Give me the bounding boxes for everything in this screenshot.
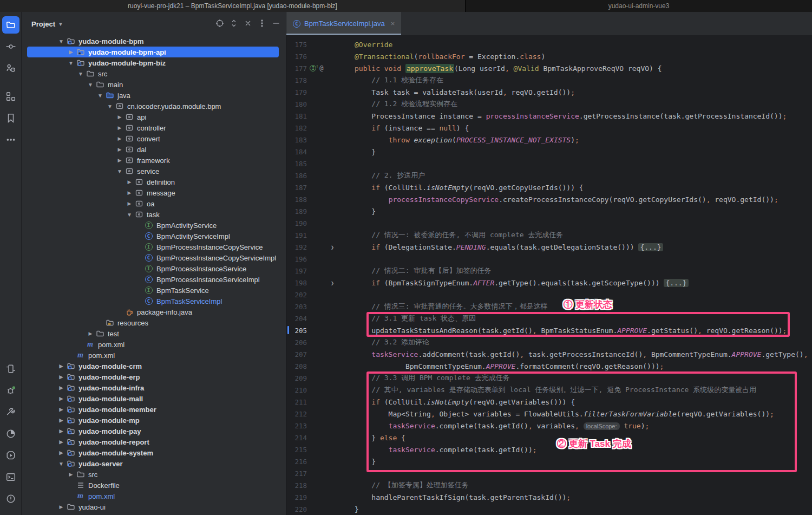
tree-row-yudao-module-bpm-biz[interactable]: ▼yudao-module-bpm-biz <box>22 57 286 68</box>
code-line-197[interactable]: 197 // 情况二: 审批有【后】加签的任务 <box>286 265 812 277</box>
tree-row-resources[interactable]: resources <box>22 317 286 328</box>
chevron-down-icon[interactable]: ▼ <box>56 461 66 467</box>
code-line-177[interactable]: 177I↑@public void approveTask(Long userI… <box>286 62 812 74</box>
chevron-down-icon[interactable]: ▼ <box>66 60 76 66</box>
code-line-207[interactable]: 207 taskService.addComment(task.getId(),… <box>286 348 812 360</box>
tree-row-yudao-module-bpm[interactable]: ▼yudao-module-bpm <box>22 36 286 47</box>
tree-row-bpmactivityservice[interactable]: IBpmActivityService <box>22 220 286 231</box>
chevron-right-icon[interactable]: ▶ <box>115 136 125 141</box>
chevron-right-icon[interactable]: ▶ <box>56 428 66 434</box>
code-line-220[interactable]: 220} <box>286 503 812 515</box>
tree-row-yudao-module-mall[interactable]: ▶yudao-module-mall <box>22 393 286 404</box>
code-line-176[interactable]: 176@Transactional(rollbackFor = Exceptio… <box>286 50 812 62</box>
tree-row-cn-iocoder-yudao-module-bpm[interactable]: ▼cn.iocoder.yudao.module.bpm <box>22 101 286 112</box>
tree-row-service[interactable]: ▼service <box>22 166 286 177</box>
fold-arrow-icon[interactable]: ❯ <box>326 244 338 250</box>
code-line-203[interactable]: 203 // 情况三: 审批普通的任务。大多数情况下，都是这样 <box>286 301 812 312</box>
profiler-icon[interactable] <box>2 425 19 442</box>
implementing-method-icon[interactable]: I↑@ <box>307 64 326 72</box>
chevron-right-icon[interactable]: ▶ <box>56 396 66 401</box>
code-line-184[interactable]: 184 } <box>286 146 812 158</box>
chevron-down-icon[interactable]: ▼ <box>56 38 66 44</box>
collapse-all-icon[interactable] <box>244 19 252 29</box>
tree-row-src[interactable]: ▼src <box>22 68 286 79</box>
tree-row-pom-xml[interactable]: mpom.xml <box>22 350 286 361</box>
code-line-183[interactable]: 183 throw exception(PROCESS_INSTANCE_NOT… <box>286 134 812 146</box>
tree-row-bpmactivityserviceimpl[interactable]: CBpmActivityServiceImpl <box>22 231 286 242</box>
chevron-down-icon[interactable]: ▼ <box>105 103 115 109</box>
tree-row-dockerfile[interactable]: Dockerfile <box>22 480 286 491</box>
tree-row-task[interactable]: ▼task <box>22 209 286 220</box>
chevron-down-icon[interactable]: ▼ <box>115 168 125 174</box>
code-line-190[interactable]: 190 <box>286 217 812 229</box>
tree-row-bpmtaskserviceimpl[interactable]: CBpmTaskServiceImpl <box>22 296 286 307</box>
tree-row-yudao-module-erp[interactable]: ▶yudao-module-erp <box>22 371 286 382</box>
tree-row-framework[interactable]: ▶framework <box>22 155 286 166</box>
tree-row-package-info-java[interactable]: package-info.java <box>22 307 286 317</box>
more-tools-icon[interactable] <box>2 131 19 148</box>
chevron-right-icon[interactable]: ▶ <box>115 158 125 163</box>
code-line-189[interactable]: 189 } <box>286 205 812 217</box>
chevron-right-icon[interactable]: ▶ <box>56 439 66 445</box>
structure-icon[interactable] <box>2 88 19 105</box>
locate-file-icon[interactable] <box>215 19 224 29</box>
build-icon[interactable] <box>2 403 19 421</box>
tree-row-bpmprocessinstancecopyservice[interactable]: IBpmProcessInstanceCopyService <box>22 242 286 252</box>
tree-row-yudao-module-report[interactable]: ▶yudao-module-report <box>22 436 286 447</box>
tree-row-pom-xml[interactable]: mpom.xml <box>22 491 286 501</box>
chevron-right-icon[interactable]: ▶ <box>56 418 66 423</box>
tree-row-bpmprocessinstancecopyserviceimpl[interactable]: CBpmProcessInstanceCopyServiceImpl <box>22 252 286 263</box>
hide-panel-icon[interactable] <box>272 19 280 29</box>
tree-row-yudao-module-member[interactable]: ▶yudao-module-member <box>22 404 286 415</box>
code-line-188[interactable]: 188 processInstanceCopyService.createPro… <box>286 193 812 205</box>
code-line-180[interactable]: 180 // 1.2 校验流程实例存在 <box>286 98 812 110</box>
tree-row-yudao-module-mp[interactable]: ▶yudao-module-mp <box>22 415 286 426</box>
code-line-206[interactable]: 206 // 3.2 添加评论 <box>286 336 812 348</box>
chevron-right-icon[interactable]: ▶ <box>56 385 66 390</box>
services-icon[interactable] <box>2 360 19 377</box>
tree-row-java[interactable]: ▼java <box>22 90 286 101</box>
code-line-219[interactable]: 219 handleParentTaskIfSign(task.getParen… <box>286 491 812 503</box>
chevron-right-icon[interactable]: ▶ <box>115 125 125 131</box>
code-line-196[interactable]: 196 <box>286 253 812 265</box>
chevron-down-icon[interactable]: ▼ <box>95 93 105 99</box>
chevron-right-icon[interactable]: ▶ <box>66 472 76 477</box>
problems-icon[interactable] <box>2 490 19 507</box>
tree-row-yudao-module-bpm-api[interactable]: ▶yudao-module-bpm-api <box>22 47 286 57</box>
chevron-down-icon[interactable]: ▼ <box>86 82 95 88</box>
code-line-191[interactable]: 191 // 情况一: 被委派的任务, 不调用 complete 去完成任务 <box>286 229 812 241</box>
chevron-right-icon[interactable]: ▶ <box>125 190 134 195</box>
code-line-187[interactable]: 187 if (CollUtil.isNotEmpty(reqVO.getCop… <box>286 181 812 193</box>
tree-row-api[interactable]: ▶api <box>22 112 286 122</box>
chevron-right-icon[interactable]: ▶ <box>66 49 76 55</box>
chevron-right-icon[interactable]: ▶ <box>56 407 66 412</box>
tree-row-definition[interactable]: ▶definition <box>22 177 286 187</box>
code-line-208[interactable]: 208 BpmCommentTypeEnum.APPROVE.formatCom… <box>286 360 812 372</box>
code-line-186[interactable]: 186 // 2. 抄送用户 <box>286 170 812 181</box>
tree-row-yudao-module-infra[interactable]: ▶yudao-module-infra <box>22 382 286 393</box>
bookmarks-icon[interactable] <box>2 109 19 127</box>
chevron-right-icon[interactable]: ▶ <box>56 504 66 510</box>
commit-icon[interactable] <box>2 38 19 55</box>
project-icon[interactable] <box>2 16 19 34</box>
tree-row-yudao-server[interactable]: ▼yudao-server <box>22 458 286 469</box>
tree-row-bpmprocessinstanceservice[interactable]: IBpmProcessInstanceService <box>22 263 286 274</box>
fold-arrow-icon[interactable]: ❯ <box>326 280 338 286</box>
chevron-right-icon[interactable]: ▶ <box>115 147 125 152</box>
code-line-185[interactable]: 185 <box>286 158 812 170</box>
tree-row-oa[interactable]: ▶oa <box>22 198 286 209</box>
tree-row-bpmtaskservice[interactable]: IBpmTaskService <box>22 285 286 296</box>
options-kebab-icon[interactable] <box>258 19 266 29</box>
tree-row-yudao-module-system[interactable]: ▶yudao-module-system <box>22 447 286 458</box>
code-line-178[interactable]: 178 // 1.1 校验任务存在 <box>286 74 812 86</box>
chevron-right-icon[interactable]: ▶ <box>86 331 95 336</box>
project-panel-title[interactable]: Project ▼ <box>31 20 63 28</box>
code-line-175[interactable]: 175@Override <box>286 38 812 50</box>
run-icon[interactable] <box>2 447 19 464</box>
tree-row-src[interactable]: ▶src <box>22 469 286 480</box>
editor-tab-bpmtaskserviceimpl[interactable]: C BpmTaskServiceImpl.java × <box>286 12 401 35</box>
tree-row-yudao-module-crm[interactable]: ▶yudao-module-crm <box>22 361 286 371</box>
code-line-218[interactable]: 218 // 【加签专属】处理加签任务 <box>286 479 812 491</box>
tree-row-bpmprocessinstanceserviceimpl[interactable]: CBpmProcessInstanceServiceImpl <box>22 274 286 285</box>
code-line-192[interactable]: 192❯ if (DelegationState.PENDING.equals(… <box>286 241 812 253</box>
